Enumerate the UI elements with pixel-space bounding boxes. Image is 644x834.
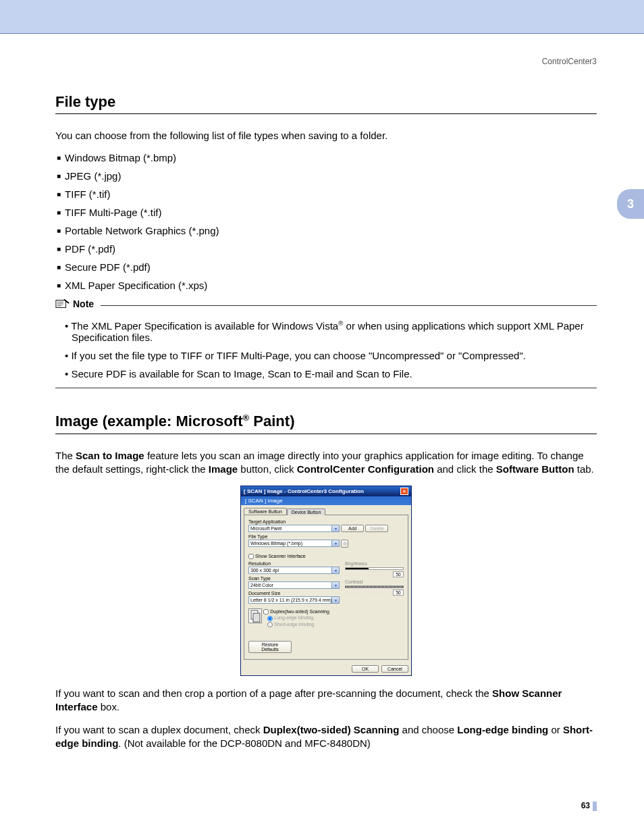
list-item: TIFF (*.tif) xyxy=(57,188,597,200)
list-item: Secure PDF is available for Scan to Imag… xyxy=(65,368,597,380)
dialog-screenshot: [ SCAN ] Image - ControlCenter3 Configur… xyxy=(55,486,597,676)
filetype-select[interactable]: Windows Bitmap (*.bmp)▾ xyxy=(248,540,340,547)
dialog-titlebar: [ SCAN ] Image - ControlCenter3 Configur… xyxy=(241,486,411,496)
list-item: TIFF Multi-Page (*.tif) xyxy=(57,207,597,218)
list-item: Secure PDF (*.pdf) xyxy=(57,261,597,273)
scantype-label: Scan Type xyxy=(248,576,340,581)
note-list: The XML Paper Specification is available… xyxy=(65,319,597,380)
docsize-select[interactable]: Letter 8 1/2 x 11 in (215.9 x 279.4 mm)▾ xyxy=(248,596,340,604)
target-app-select[interactable]: Microsoft Paint▾ xyxy=(248,525,340,532)
filetype-label: File Type xyxy=(248,534,404,539)
list-item: PDF (*.pdf) xyxy=(57,243,597,255)
list-item: Portable Network Graphics (*.png) xyxy=(57,225,597,236)
heading-text: Paint) xyxy=(249,413,294,430)
svg-rect-2 xyxy=(253,613,260,622)
dialog-body: Target Application Microsoft Paint▾ Add … xyxy=(244,515,408,660)
header-section-label: ControlCenter3 xyxy=(0,34,644,66)
paragraph-scan-image: The Scan to Image feature lets you scan … xyxy=(55,449,597,477)
filetype-list: Windows Bitmap (*.bmp) JPEG (*.jpg) TIFF… xyxy=(57,152,597,291)
dialog-subtitle: [ SCAN ] Image xyxy=(241,496,411,505)
tab-device-button[interactable]: Device Button xyxy=(287,509,326,515)
target-app-label: Target Application xyxy=(248,519,404,524)
filetype-intro: You can choose from the following list o… xyxy=(55,129,597,142)
heading-text: Image (example: Microsoft xyxy=(55,413,243,430)
chapter-tab: 3 xyxy=(617,189,644,219)
reg-mark: ® xyxy=(243,413,250,423)
contrast-value: 50 xyxy=(393,590,404,596)
list-item: If you set the file type to TIFF or TIFF… xyxy=(65,350,597,361)
dialog-tabs: Software Button Device Button xyxy=(241,505,411,515)
settings-icon[interactable]: ⚙ xyxy=(341,540,348,548)
dialog-footer: OK Cancel xyxy=(241,662,411,675)
close-icon[interactable]: × xyxy=(400,488,408,495)
duplex-checkbox[interactable]: Duplex(two-sided) Scanning xyxy=(263,609,329,614)
paragraph-duplex: If you want to scan a duplex document, c… xyxy=(55,723,597,751)
duplex-icon xyxy=(248,608,262,623)
list-item: JPEG (*.jpg) xyxy=(57,170,597,182)
resolution-select[interactable]: 300 x 300 dpi▾ xyxy=(248,567,340,574)
ok-button[interactable]: OK xyxy=(352,665,379,673)
config-dialog: [ SCAN ] Image - ControlCenter3 Configur… xyxy=(240,486,412,676)
note-title: Note xyxy=(73,298,94,309)
divider xyxy=(55,388,597,388)
long-edge-radio[interactable]: Long-edge binding xyxy=(267,615,313,620)
tab-software-button[interactable]: Software Button xyxy=(244,508,287,515)
chevron-down-icon: ▾ xyxy=(331,525,339,531)
brightness-value: 50 xyxy=(393,571,404,577)
list-item: Windows Bitmap (*.bmp) xyxy=(57,152,597,163)
note-text: The XML Paper Specification is available… xyxy=(71,320,338,332)
heading-file-type: File type xyxy=(55,93,597,114)
brightness-label: Brightness xyxy=(345,561,404,566)
note-icon xyxy=(55,298,70,310)
top-header-bar xyxy=(0,0,644,34)
restore-defaults-button[interactable]: Restore Defaults xyxy=(248,641,292,653)
delete-button[interactable]: Delete xyxy=(365,525,388,532)
contrast-slider[interactable] xyxy=(345,585,404,588)
contrast-label: Contrast xyxy=(345,579,404,584)
page-number: 63 xyxy=(0,801,644,811)
chevron-down-icon: ▾ xyxy=(331,582,339,588)
chevron-down-icon: ▾ xyxy=(331,567,339,573)
list-item: XML Paper Specification (*.xps) xyxy=(57,280,597,291)
note-rule xyxy=(101,305,597,306)
chevron-down-icon: ▾ xyxy=(331,540,339,546)
chevron-down-icon: ▾ xyxy=(331,597,339,603)
page-mark xyxy=(593,802,597,811)
brightness-slider[interactable] xyxy=(345,567,404,570)
scantype-select[interactable]: 24bit Color▾ xyxy=(248,581,340,589)
resolution-label: Resolution xyxy=(248,561,340,566)
show-scanner-checkbox[interactable]: Show Scanner Interface xyxy=(248,554,306,558)
docsize-label: Document Size xyxy=(248,591,340,596)
paragraph-show-scanner: If you want to scan and then crop a port… xyxy=(55,687,597,714)
list-item: The XML Paper Specification is available… xyxy=(65,319,597,343)
page-content: File type You can choose from the follow… xyxy=(0,66,644,774)
note-header: Note xyxy=(55,298,597,310)
dialog-title-text: [ SCAN ] Image - ControlCenter3 Configur… xyxy=(244,488,364,494)
short-edge-radio[interactable]: Short-edge binding xyxy=(267,622,314,627)
cancel-button[interactable]: Cancel xyxy=(381,665,408,673)
add-button[interactable]: Add xyxy=(341,525,364,532)
heading-image: Image (example: Microsoft® Paint) xyxy=(55,413,597,434)
